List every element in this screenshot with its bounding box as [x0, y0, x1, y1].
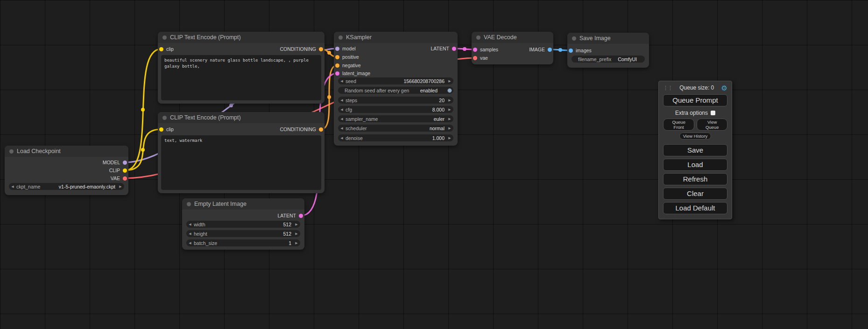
slot-label: CLIP — [109, 168, 120, 173]
view-queue-button[interactable]: View Queue — [697, 119, 727, 131]
prompt-textarea[interactable]: beautiful scenery nature glass bottle la… — [161, 55, 321, 100]
widget-random-seed-toggle[interactable]: Random seed after every gen enabled — [338, 87, 453, 94]
slot-dot-conditioning[interactable] — [335, 55, 339, 59]
widget-name: steps — [346, 98, 439, 103]
queue-front-button[interactable]: Queue Front — [663, 119, 694, 131]
slot-dot-conditioning[interactable] — [319, 47, 323, 51]
settings-gear-icon[interactable]: ⚙ — [721, 84, 727, 91]
increment-icon[interactable]: ▶ — [446, 125, 453, 132]
slot-dot-latent[interactable] — [473, 48, 477, 52]
node-title-bar[interactable]: Save Image — [567, 33, 649, 44]
node-vae-decode[interactable]: VAE Decode samples vae IMAGE — [472, 32, 553, 64]
collapse-dot-icon[interactable] — [476, 35, 480, 40]
node-title-bar[interactable]: Load Checkpoint — [5, 146, 128, 157]
widget-ckpt-name[interactable]: ◀ ckpt_name v1-5-pruned-emaonly.ckpt ▶ — [9, 183, 124, 190]
toggle-knob-icon[interactable] — [447, 88, 452, 93]
node-clip-text-encode-negative[interactable]: CLIP Text Encode (Prompt) clip CONDITION… — [158, 112, 325, 193]
slot-dot-vae[interactable] — [123, 176, 127, 181]
widget-name: cfg — [346, 107, 432, 112]
drag-handle-icon[interactable]: ⋮⋮ — [663, 85, 672, 91]
decrement-icon[interactable]: ◀ — [186, 239, 194, 246]
increment-icon[interactable]: ▶ — [446, 115, 453, 122]
wire-latent-samples-middot — [463, 47, 466, 51]
slot-dot-conditioning[interactable] — [335, 63, 339, 68]
widget-seed[interactable]: ◀ seed 156680208700286 ▶ — [338, 77, 453, 84]
slot-dot-clip[interactable] — [159, 47, 163, 51]
node-clip-text-encode-positive[interactable]: CLIP Text Encode (Prompt) clip CONDITION… — [158, 32, 325, 104]
slot-dot-vae[interactable] — [473, 56, 477, 60]
increment-icon[interactable]: ▶ — [293, 230, 300, 237]
widget-steps[interactable]: ◀ steps 20 ▶ — [338, 97, 453, 104]
output-slot-latent: LATENT — [431, 45, 456, 52]
load-default-button[interactable]: Load Default — [663, 202, 727, 214]
decrement-icon[interactable]: ◀ — [338, 125, 346, 132]
collapse-dot-icon[interactable] — [162, 116, 167, 120]
increment-icon[interactable]: ▶ — [446, 77, 453, 84]
node-title: Load Checkpoint — [17, 148, 61, 154]
slot-dot-conditioning[interactable] — [319, 127, 323, 132]
decrement-icon[interactable]: ◀ — [9, 183, 16, 190]
increment-icon[interactable]: ▶ — [293, 239, 300, 246]
input-slot-latent-image: latent_image — [335, 70, 370, 77]
increment-icon[interactable]: ▶ — [446, 106, 453, 113]
clear-button[interactable]: Clear — [663, 188, 727, 200]
node-title-bar[interactable]: VAE Decode — [472, 32, 553, 43]
decrement-icon[interactable]: ◀ — [186, 230, 194, 237]
collapse-dot-icon[interactable] — [162, 35, 167, 40]
widget-cfg[interactable]: ◀ cfg 8.000 ▶ — [338, 106, 453, 113]
slot-dot-image[interactable] — [548, 48, 552, 52]
slot-dot-image[interactable] — [569, 49, 573, 53]
widget-scheduler[interactable]: ◀ scheduler normal ▶ — [338, 125, 453, 132]
widget-value: 20 — [439, 98, 445, 103]
load-button[interactable]: Load — [663, 159, 727, 171]
slot-dot-clip[interactable] — [159, 127, 163, 132]
widget-batch-size[interactable]: ◀ batch_size 1 ▶ — [186, 239, 300, 246]
node-load-checkpoint[interactable]: Load Checkpoint MODEL CLIP VAE ◀ ckpt_na… — [5, 146, 128, 195]
widget-denoise[interactable]: ◀ denoise 1.000 ▶ — [338, 134, 453, 141]
slot-dot-latent[interactable] — [452, 47, 456, 51]
slot-dot-clip[interactable] — [123, 168, 127, 173]
slot-dot-latent[interactable] — [299, 214, 303, 218]
decrement-icon[interactable]: ◀ — [338, 77, 346, 84]
widget-filename-prefix[interactable]: filename_prefix ComfyUI — [572, 56, 645, 63]
collapse-dot-icon[interactable] — [572, 36, 576, 41]
slot-label: LATENT — [431, 46, 449, 51]
decrement-icon[interactable]: ◀ — [186, 221, 194, 228]
collapse-dot-icon[interactable] — [339, 35, 343, 40]
queue-prompt-button[interactable]: Queue Prompt — [663, 94, 727, 106]
widget-width[interactable]: ◀ width 512 ▶ — [186, 221, 300, 228]
slot-label: MODEL — [103, 160, 120, 165]
slot-dot-model[interactable] — [335, 47, 339, 51]
save-button[interactable]: Save — [663, 144, 727, 156]
slot-dot-model[interactable] — [123, 161, 127, 165]
input-slot-negative: negative — [335, 62, 361, 69]
widget-height[interactable]: ◀ height 512 ▶ — [186, 230, 300, 237]
wire-conditioning-positive-middot — [327, 51, 331, 55]
node-empty-latent-image[interactable]: Empty Latent Image LATENT ◀ width 512 ▶ … — [182, 198, 304, 250]
increment-icon[interactable]: ▶ — [117, 183, 124, 190]
widget-name: sampler_name — [346, 116, 434, 122]
prompt-textarea[interactable]: text, watermark — [161, 135, 321, 190]
widget-sampler-name[interactable]: ◀ sampler_name euler ▶ — [338, 115, 453, 122]
decrement-icon[interactable]: ◀ — [338, 134, 346, 141]
decrement-icon[interactable]: ◀ — [338, 106, 346, 113]
collapse-dot-icon[interactable] — [187, 202, 191, 206]
view-history-button[interactable]: View History — [679, 133, 712, 140]
decrement-icon[interactable]: ◀ — [338, 115, 346, 122]
refresh-button[interactable]: Refresh — [663, 173, 727, 185]
node-ksampler[interactable]: KSampler model positive negative latent_… — [334, 32, 458, 146]
collapse-dot-icon[interactable] — [9, 149, 14, 154]
increment-icon[interactable]: ▶ — [293, 221, 300, 228]
slot-dot-latent[interactable] — [335, 71, 339, 76]
output-slot-image: IMAGE — [529, 46, 552, 53]
node-title-bar[interactable]: Empty Latent Image — [182, 198, 304, 210]
extra-options-checkbox[interactable] — [711, 111, 715, 115]
increment-icon[interactable]: ▶ — [446, 134, 453, 141]
decrement-icon[interactable]: ◀ — [338, 97, 346, 104]
node-save-image[interactable]: Save Image images filename_prefix ComfyU… — [567, 33, 649, 68]
input-slot-positive: positive — [335, 54, 359, 60]
increment-icon[interactable]: ▶ — [446, 97, 453, 104]
node-title-bar[interactable]: CLIP Text Encode (Prompt) — [158, 112, 325, 123]
node-title-bar[interactable]: CLIP Text Encode (Prompt) — [158, 32, 325, 43]
node-title-bar[interactable]: KSampler — [334, 32, 458, 43]
